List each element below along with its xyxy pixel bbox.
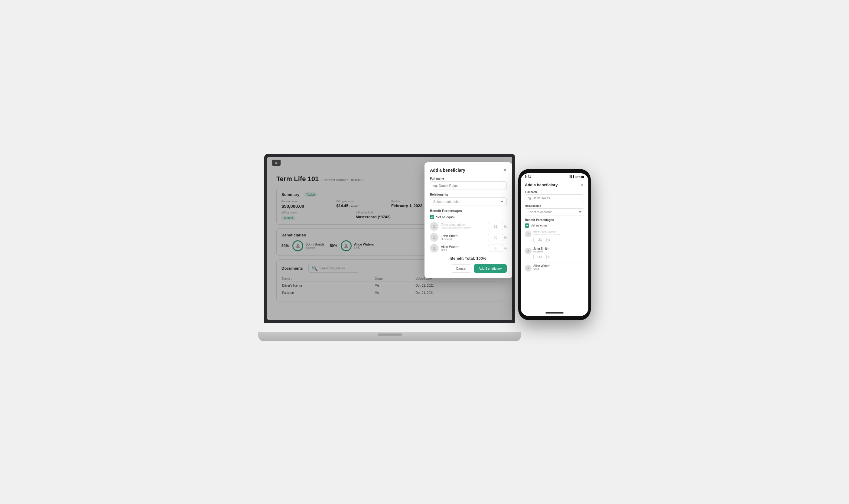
phone-bene-rel-1: Husband [534, 250, 584, 253]
set-equal-label: Set as equal [436, 215, 454, 219]
cancel-button[interactable]: Cancel [451, 264, 471, 273]
phone-bene-info-1: John Smith Husband % [534, 247, 584, 260]
relationship-select[interactable]: Select relationship Spouse Child Husband [430, 197, 507, 206]
phone-bene-info-2: Alice Waters Child [534, 264, 584, 270]
bene-form-details-2: Alice Waters Child [441, 245, 486, 252]
phone-bene-row-1: John Smith Husband % [525, 247, 584, 260]
desktop-modal: Add a beneficiary ✕ Full name Relationsh… [424, 162, 512, 278]
modal-header: Add a beneficiary ✕ [430, 168, 507, 173]
phone-bene-name-0: Enter name above [534, 230, 584, 233]
phone-pct-1[interactable] [534, 254, 547, 260]
phone-pct-row-1: % [534, 254, 584, 260]
phone-set-equal-label: Set as equal [530, 224, 547, 227]
fullname-input[interactable] [430, 181, 507, 190]
benefit-percentages-label: Benefit Percentages [430, 209, 507, 213]
laptop: ▤ Term Life 101 Contract Number: DIS0045… [258, 154, 521, 341]
laptop-base [258, 332, 521, 341]
laptop-body: ▤ Term Life 101 Contract Number: DIS0045… [264, 154, 515, 323]
bene-form-details-1: John Smith Husband [441, 234, 486, 241]
phone-status-bar: 9:41 ▐▐▐ WiFi ▮▮▮ [521, 173, 589, 180]
bene-form-avatar-1 [430, 233, 438, 241]
pct-suffix-2: % [504, 247, 507, 250]
phone-pct-suffix-1: % [547, 255, 550, 258]
phone-set-equal-checkbox[interactable] [525, 223, 529, 228]
phone-screen: 9:41 ▐▐▐ WiFi ▮▮▮ Add a beneficiary ✕ Fu… [521, 173, 589, 316]
modal-footer: Cancel Add Beneficiary [430, 264, 507, 273]
fullname-label: Full name [430, 177, 507, 180]
laptop-screen: ▤ Term Life 101 Contract Number: DIS0045… [267, 157, 512, 320]
phone-fullname-input[interactable] [525, 194, 584, 202]
phone-bene-avatar-0 [525, 231, 531, 237]
set-equal-row: Set as equal [430, 215, 507, 219]
bene-form-rel-1: Husband [441, 238, 486, 241]
pct-input-1[interactable] [488, 234, 503, 241]
pct-input-0[interactable] [488, 223, 503, 230]
bene-form-rel-2: Child [441, 249, 486, 252]
phone-pct-suffix-0: % [547, 238, 550, 241]
phone-bene-name-1: John Smith [534, 247, 584, 250]
pct-group-0: % [488, 223, 507, 230]
phone-bene-rel-0: Select relationship above [534, 233, 584, 236]
phone-bene-avatar-1 [525, 248, 531, 254]
pct-suffix-0: % [504, 224, 507, 228]
modal-close-btn[interactable]: ✕ [503, 168, 507, 173]
svg-point-3 [433, 235, 435, 237]
phone-close-btn[interactable]: ✕ [580, 183, 584, 187]
bene-form-avatar-0 [430, 222, 438, 231]
phone-pct-0[interactable] [534, 237, 547, 243]
bene-form-row-1: John Smith Husband % [430, 233, 507, 241]
phone-bene-row-2: Alice Waters Child [525, 264, 584, 271]
wifi-icon: WiFi [575, 175, 580, 178]
phone-bene-rel-2: Child [534, 268, 584, 270]
phone-home-indicator [545, 312, 564, 313]
phone: 9:41 ▐▐▐ WiFi ▮▮▮ Add a beneficiary ✕ Fu… [518, 169, 591, 320]
phone-time: 9:41 [525, 175, 531, 178]
phone-modal: Add a beneficiary ✕ Full name Relationsh… [521, 180, 589, 276]
svg-point-5 [528, 233, 529, 234]
bene-form-row-2: Alice Waters Child % [430, 244, 507, 252]
bene-form-name-1: John Smith [441, 234, 486, 238]
pct-group-2: % [488, 245, 507, 252]
bene-form-name-2: Alice Waters [441, 245, 486, 249]
relationship-label: Relationship [430, 193, 507, 196]
svg-point-6 [528, 249, 529, 251]
svg-point-7 [528, 267, 529, 268]
pct-suffix-1: % [504, 235, 507, 239]
svg-point-2 [433, 224, 435, 226]
phone-set-equal-row: Set as equal [525, 223, 584, 228]
bene-form-rel-0: Select relationship above [441, 227, 486, 230]
signal-icon: ▐▐▐ [569, 175, 574, 178]
phone-modal-header: Add a beneficiary ✕ [525, 183, 584, 187]
pct-group-1: % [488, 234, 507, 241]
pct-input-2[interactable] [488, 245, 503, 252]
phone-fullname-label: Full name [525, 191, 584, 194]
divider-1 [525, 262, 584, 263]
phone-bene-name-2: Alice Waters [534, 264, 584, 268]
battery-icon: ▮▮▮ [580, 175, 584, 178]
divider-0 [525, 245, 584, 245]
add-beneficiary-button[interactable]: Add Beneficiary [474, 264, 507, 273]
phone-bene-info-0: Enter name above Select relationship abo… [534, 230, 584, 243]
phone-relationship-label: Relationship [525, 204, 584, 208]
phone-pct-row-0: % [534, 237, 584, 243]
phone-bene-row-0: Enter name above Select relationship abo… [525, 230, 584, 243]
scene: ▤ Term Life 101 Contract Number: DIS0045… [258, 154, 591, 350]
phone-benefit-title: Benefit Percentages [525, 218, 584, 222]
phone-bene-avatar-2 [525, 265, 531, 271]
phone-status-icons: ▐▐▐ WiFi ▮▮▮ [569, 175, 584, 178]
benefit-total: Benefit Total: 100% [430, 256, 507, 260]
bene-form-avatar-2 [430, 244, 438, 252]
modal-title: Add a beneficiary [430, 168, 465, 173]
bene-form-details-0: Enter name above Select relationship abo… [441, 223, 486, 230]
phone-relationship-select[interactable]: Select relationship Spouse Child [525, 208, 584, 216]
bene-form-row-0: Enter name above Select relationship abo… [430, 222, 507, 231]
laptop-notch [378, 334, 402, 336]
bene-form-name-0: Enter name above [441, 223, 486, 227]
set-equal-checkbox[interactable] [430, 215, 434, 219]
svg-point-4 [433, 247, 435, 248]
phone-modal-title: Add a beneficiary [525, 183, 558, 187]
